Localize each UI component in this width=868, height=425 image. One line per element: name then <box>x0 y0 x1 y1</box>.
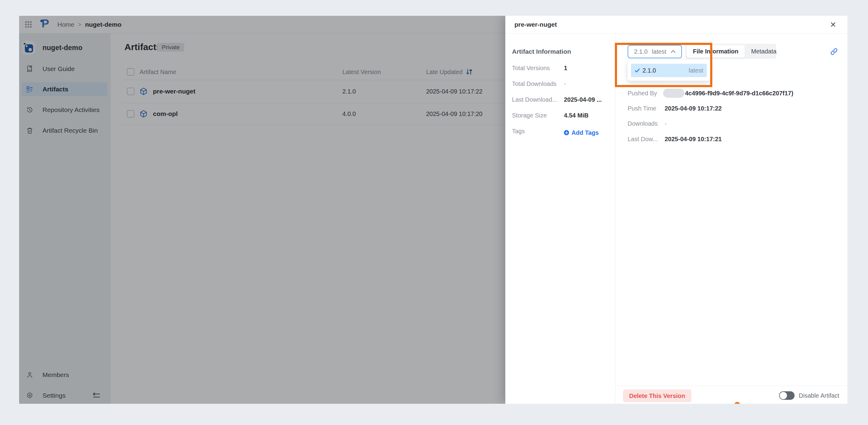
version-select[interactable]: 2.1.0 latest <box>628 45 682 58</box>
field-value: 2025-04-09 10:17:21 <box>665 136 722 143</box>
version-option-tag: latest <box>689 67 703 74</box>
delete-version-button[interactable]: Delete This Version <box>623 390 691 402</box>
info-label: Storage Size <box>512 112 547 119</box>
app-window: P Home > nuget-demo nuget-demo User Guid… <box>19 16 847 404</box>
detail-tabs: File Information Metadata <box>685 44 776 59</box>
field-label: Downloads <box>628 120 658 127</box>
disable-artifact-label: Disable Artifact <box>799 392 839 399</box>
info-label: Last Download... <box>512 96 557 103</box>
info-value: 1 <box>564 65 567 72</box>
field-label: Pushed By <box>628 90 657 97</box>
version-option-value: 2.1.0 <box>643 67 656 74</box>
redacted-pill <box>663 89 684 98</box>
info-label: Total Downloads <box>512 81 557 87</box>
version-select-tag: latest <box>652 48 666 55</box>
version-option[interactable]: 2.1.0 latest <box>631 64 707 77</box>
tab-file-information[interactable]: File Information <box>686 45 745 58</box>
field-value: 2025-04-09 10:17:22 <box>665 105 722 112</box>
field-label: Push Time <box>628 105 656 112</box>
artifact-info-heading: Artifact Information <box>512 48 571 55</box>
tags-label: Tags <box>512 128 525 135</box>
info-label: Total Versions <box>512 65 550 72</box>
artifact-detail-drawer: pre-wer-nuget ✕ Artifact Information Tot… <box>505 16 847 404</box>
info-value: 2025-04-09 ... <box>564 96 602 103</box>
drawer-header: pre-wer-nuget ✕ <box>505 16 847 33</box>
field-label: Last Dow... <box>628 136 658 143</box>
tab-metadata[interactable]: Metadata <box>745 45 783 58</box>
info-value: 4.54 MiB <box>564 112 588 119</box>
add-tags-button[interactable]: Add Tags <box>564 129 599 136</box>
check-icon <box>634 68 640 72</box>
copy-link-icon[interactable] <box>830 48 838 56</box>
drawer-title: pre-wer-nuget <box>515 21 557 28</box>
version-dropdown-menu: 2.1.0 latest <box>628 60 710 81</box>
chevron-up-icon <box>671 50 676 53</box>
info-value: - <box>564 81 566 87</box>
field-value: 4c4996-f9d9-4c9f-9d79-d1c66c207f17) <box>685 90 793 97</box>
add-tags-label: Add Tags <box>571 129 599 136</box>
version-select-value: 2.1.0 <box>634 48 647 55</box>
plus-circle-icon <box>564 130 569 135</box>
close-icon[interactable]: ✕ <box>828 20 838 29</box>
field-value: - <box>665 120 667 127</box>
artifact-info-panel <box>505 33 616 404</box>
disable-artifact-toggle[interactable] <box>779 391 795 400</box>
